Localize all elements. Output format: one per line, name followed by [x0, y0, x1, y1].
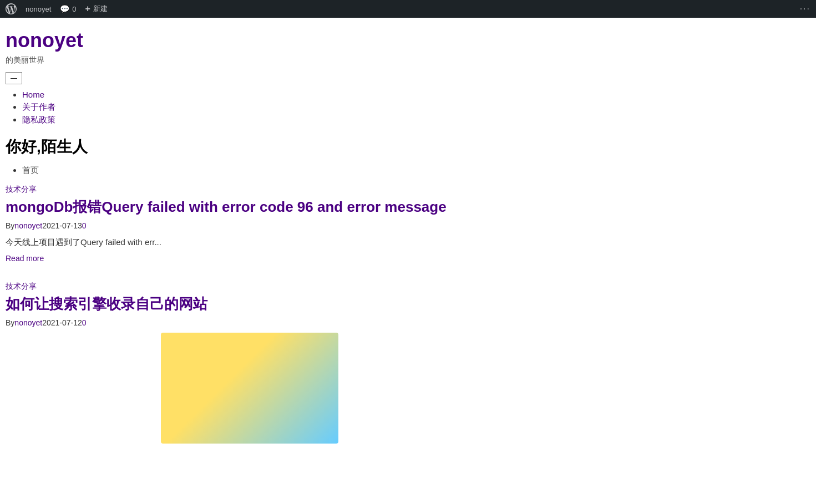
site-title-link[interactable]: nonoyet [6, 29, 83, 52]
article-1-meta: By nonoyet 2021-07-13 0 [6, 221, 494, 230]
menu-toggle-button[interactable]: — [6, 72, 22, 84]
nav-link-about[interactable]: 关于作者 [22, 102, 55, 111]
page-wrapper: nonoyet 的美丽世界 — Home 关于作者 隐私政策 你好,陌生人 首页… [0, 18, 499, 466]
admin-site-name[interactable]: nonoyet [26, 5, 51, 13]
nav-link-privacy[interactable]: 隐私政策 [22, 115, 55, 124]
admin-wp-logo[interactable] [6, 3, 17, 14]
admin-new[interactable]: + 新建 [85, 4, 108, 14]
article-2-meta: By nonoyet 2021-07-12 0 [6, 318, 494, 327]
article-1-author-link[interactable]: nonoyet [14, 221, 42, 230]
plus-icon: + [85, 4, 90, 14]
article-1-title-link[interactable]: mongoDb报错Query failed with error code 96… [6, 198, 447, 217]
admin-comments[interactable]: 💬 0 [60, 4, 76, 13]
article-2-image [161, 333, 338, 444]
page-heading: 你好,陌生人 [6, 136, 494, 157]
admin-bar: nonoyet 💬 0 + 新建 ··· [0, 0, 816, 18]
article-2-title-link[interactable]: 如何让搜索引擎收录自己的网站 [6, 295, 207, 314]
breadcrumb-home-item: 首页 [22, 165, 494, 176]
article-2-author-link[interactable]: nonoyet [14, 318, 42, 327]
article-2-meta-date: 2021-07-12 [42, 318, 82, 327]
nav-item-about: 关于作者 [22, 102, 494, 113]
article-2-category[interactable]: 技术分享 [6, 282, 494, 292]
article-1-excerpt: 今天线上项目遇到了Query failed with err... [6, 236, 494, 249]
article-1-comments-link[interactable]: 0 [82, 221, 87, 230]
primary-nav: Home 关于作者 隐私政策 [6, 90, 494, 125]
site-tagline: 的美丽世界 [6, 55, 494, 65]
nav-menu-list: Home 关于作者 隐私政策 [6, 90, 494, 125]
article-1-category[interactable]: 技术分享 [6, 185, 494, 195]
article-1: 技术分享 mongoDb报错Query failed with error co… [6, 185, 494, 271]
article-1-read-more[interactable]: Read more [6, 254, 44, 263]
comment-icon: 💬 [60, 4, 69, 13]
article-1-meta-by: By [6, 221, 14, 230]
nav-item-privacy: 隐私政策 [22, 115, 494, 125]
admin-bar-more[interactable]: ··· [800, 4, 810, 14]
article-2-comments-link[interactable]: 0 [82, 318, 87, 327]
article-1-meta-date: 2021-07-13 [42, 221, 82, 230]
nav-item-home: Home [22, 90, 494, 100]
breadcrumb: 首页 [6, 165, 494, 176]
article-2: 技术分享 如何让搜索引擎收录自己的网站 By nonoyet 2021-07-1… [6, 282, 494, 444]
breadcrumb-home-label: 首页 [22, 165, 39, 175]
site-header: nonoyet 的美丽世界 [6, 29, 494, 65]
article-2-meta-by: By [6, 318, 14, 327]
nav-link-home[interactable]: Home [22, 90, 44, 99]
